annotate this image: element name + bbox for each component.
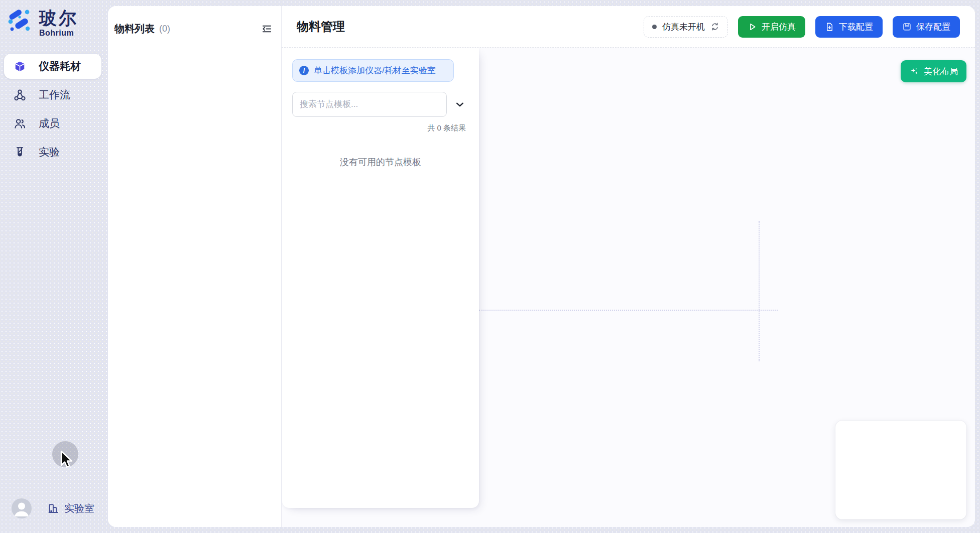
sim-status-label: 仿真未开机 [662,21,705,33]
lab-switcher[interactable]: 实验室 [47,502,94,515]
sidebar-item-label: 仪器耗材 [39,59,81,73]
experiment-icon [14,146,26,159]
guide-line-horizontal [479,310,778,311]
expand-templates-button[interactable] [454,99,465,110]
materials-panel: 物料列表 (0) [108,6,282,527]
sidebar-item-experiments[interactable]: 实验 [4,140,101,165]
app-container: 物料列表 (0) 物料管理 仿真未开机 [108,6,975,527]
refresh-icon[interactable] [710,22,719,31]
sidebar-item-instruments[interactable]: 仪器耗材 [4,54,101,79]
search-input[interactable] [292,92,447,117]
materials-panel-title: 物料列表 [114,22,155,36]
workflow-icon [14,89,26,101]
play-icon [748,22,757,32]
page-header: 物料管理 仿真未开机 开启仿真 [282,6,975,48]
brand-subname: Bohrium [39,29,78,38]
collapse-panel-button[interactable] [260,23,273,36]
beautify-layout-button[interactable]: 美化布局 [901,60,966,82]
sidebar: 玻尔 Bohrium 仪器耗材 工作流 [0,0,108,533]
bohrium-logo-icon [7,8,31,32]
sidebar-item-members[interactable]: 成员 [4,111,101,136]
save-config-button[interactable]: 保存配置 [893,16,960,38]
empty-state-text: 没有可用的节点模板 [292,156,469,168]
main-area: 物料管理 仿真未开机 开启仿真 [282,6,975,527]
start-simulation-button[interactable]: 开启仿真 [738,16,805,38]
cube-icon [14,60,26,73]
sidebar-item-workflow[interactable]: 工作流 [4,82,101,107]
lab-building-icon [47,502,59,514]
sidebar-item-label: 成员 [39,116,60,130]
status-dot-icon [652,25,657,29]
members-icon [14,117,26,130]
person-icon [12,498,32,518]
chevron-down-icon [454,99,465,110]
materials-panel-header: 物料列表 (0) [108,6,281,36]
info-icon: i [299,66,309,75]
lab-label: 实验室 [64,502,94,515]
flow-canvas[interactable]: i 单击模板添加仪器/耗材至实验室 共 0 条结果 没有可用的节点模板 [282,48,975,527]
sidebar-item-label: 工作流 [39,88,70,102]
guide-line-vertical [759,221,760,361]
sparkles-icon [909,66,919,76]
info-banner: i 单击模板添加仪器/耗材至实验室 [292,59,454,82]
download-config-button[interactable]: 下载配置 [815,16,883,38]
materials-count: (0) [159,24,170,34]
page-title: 物料管理 [297,19,345,35]
sidebar-nav: 仪器耗材 工作流 成员 [4,54,101,168]
info-banner-text: 单击模板添加仪器/耗材至实验室 [314,65,436,76]
save-icon [902,22,912,32]
file-download-icon [825,22,834,32]
brand: 玻尔 Bohrium [7,8,78,38]
sim-status-pill: 仿真未开机 [644,16,728,38]
collapse-panel-icon [261,23,273,35]
brand-name: 玻尔 [39,8,78,28]
user-avatar[interactable] [12,498,32,518]
results-count: 共 0 条结果 [292,123,469,133]
template-search-row [292,92,469,117]
template-panel: i 单击模板添加仪器/耗材至实验室 共 0 条结果 没有可用的节点模板 [282,48,479,508]
sidebar-item-label: 实验 [39,145,60,159]
minimap[interactable] [835,421,966,519]
sidebar-footer: 实验室 [12,498,94,518]
